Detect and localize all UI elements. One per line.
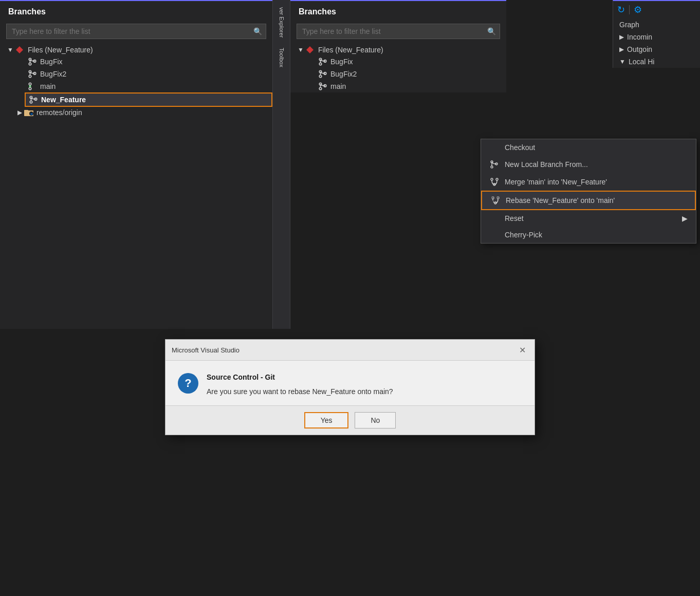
right-bugfix-item[interactable]: BugFix xyxy=(315,55,506,68)
right-files-label: Files (New_Feature) xyxy=(318,46,383,54)
left-tree: ▼ Files (New_Feature) xyxy=(0,44,272,118)
left-filter-wrap: 🔍 xyxy=(6,24,266,39)
left-remotes-label: remotes/origin xyxy=(36,108,82,117)
menu-reset[interactable]: Reset ▶ xyxy=(481,210,696,227)
incoming-item[interactable]: ▶ Incomin xyxy=(613,31,700,43)
incoming-label: Incomin xyxy=(627,33,652,41)
outgoing-label: Outgoin xyxy=(627,45,652,53)
folder-icon-remotes: ✕ xyxy=(24,108,33,117)
svg-marker-21 xyxy=(306,46,314,53)
right-files-expand-arrow: ▼ xyxy=(298,46,304,53)
settings-icon[interactable]: ⚙ xyxy=(634,4,642,15)
right-area: Branches 🔍 ▼ Files (New_Feature) xyxy=(290,0,700,329)
right-diamond-icon xyxy=(306,46,314,54)
new-branch-icon xyxy=(489,160,500,169)
svg-point-23 xyxy=(319,63,322,65)
dialog-yes-button[interactable]: Yes xyxy=(304,412,349,429)
left-remotes-item[interactable]: ▶ ✕ remotes/origin xyxy=(14,107,272,118)
right-filter-wrap: 🔍 xyxy=(297,24,500,39)
refresh-icon[interactable]: ↻ xyxy=(617,4,625,15)
svg-marker-0 xyxy=(16,46,23,53)
svg-point-38 xyxy=(491,178,493,180)
svg-point-9 xyxy=(29,83,31,85)
context-menu: Checkout New Local Branch From... xyxy=(481,139,696,244)
left-main-label: main xyxy=(40,82,56,90)
svg-point-39 xyxy=(496,178,498,180)
left-branches-panel: Branches 🔍 ▼ Files (New_Feature) xyxy=(0,0,272,329)
dialog-no-button[interactable]: No xyxy=(355,412,396,429)
right-bugfix2-item[interactable]: BugFix2 xyxy=(315,68,506,80)
right-filter-input[interactable] xyxy=(297,24,500,39)
toolbar-separator xyxy=(629,5,630,14)
reset-arrow-icon: ▶ xyxy=(682,214,688,222)
dialog-message: Are you sure you want to rebase New_Feat… xyxy=(207,386,522,397)
merge-icon xyxy=(489,177,500,187)
svg-point-10 xyxy=(29,87,31,90)
remotes-expand-arrow: ▶ xyxy=(17,109,22,116)
right-tree: ▼ Files (New_Feature) xyxy=(290,44,506,92)
graph-label: Graph xyxy=(619,21,639,29)
git-branch-icon-bugfix2 xyxy=(28,69,37,79)
dialog-body: ? Source Control - Git Are you sure you … xyxy=(165,361,535,405)
right-files-item[interactable]: ▼ Files (New_Feature) xyxy=(294,44,506,55)
vertical-tab-bar: ver Explorer Toolbox xyxy=(272,0,290,329)
left-bugfix-item[interactable]: BugFix xyxy=(25,55,272,68)
svg-point-35 xyxy=(491,166,493,168)
left-bugfix-label: BugFix xyxy=(40,58,63,66)
right-git-branch-main xyxy=(318,82,327,91)
right-git-branch-bugfix2 xyxy=(318,69,327,79)
localhi-arrow: ▼ xyxy=(619,58,625,65)
svg-point-6 xyxy=(29,75,31,78)
menu-merge[interactable]: Merge 'main' into 'New_Feature' xyxy=(481,173,696,191)
right-git-branch-bugfix xyxy=(318,57,327,66)
svg-point-2 xyxy=(29,63,31,65)
incoming-arrow: ▶ xyxy=(619,33,624,41)
right-branches-panel: Branches 🔍 ▼ Files (New_Feature) xyxy=(290,0,506,92)
git-branch-icon-newfeature xyxy=(29,95,38,104)
git-branch-icon-main xyxy=(28,82,37,91)
outgoing-arrow: ▶ xyxy=(619,46,624,53)
right-bugfix-label: BugFix xyxy=(330,58,353,66)
dialog-section-title: Source Control - Git xyxy=(207,373,522,381)
outgoing-item[interactable]: ▶ Outgoin xyxy=(613,43,700,55)
left-newfeature-item[interactable]: New_Feature xyxy=(25,92,272,107)
left-main-item[interactable]: main xyxy=(25,80,272,92)
right-main-item[interactable]: main xyxy=(315,80,506,92)
dialog-titlebar: Microsoft Visual Studio ✕ xyxy=(165,340,535,361)
tab-toolbox[interactable]: Toolbox xyxy=(277,43,287,72)
dialog: Microsoft Visual Studio ✕ ? Source Contr… xyxy=(165,339,535,435)
svg-point-14 xyxy=(30,101,32,103)
left-files-label: Files (New_Feature) xyxy=(28,46,93,54)
dialog-content: Source Control - Git Are you sure you wa… xyxy=(207,373,522,397)
svg-point-27 xyxy=(319,75,322,78)
left-newfeature-label: New_Feature xyxy=(41,96,86,104)
dialog-title: Microsoft Visual Studio xyxy=(172,346,240,354)
svg-point-42 xyxy=(497,197,499,199)
menu-checkout[interactable]: Checkout xyxy=(481,139,696,156)
files-expand-arrow: ▼ xyxy=(7,46,13,53)
left-bugfix2-label: BugFix2 xyxy=(40,70,66,78)
dialog-close-button[interactable]: ✕ xyxy=(516,344,528,356)
left-search-icon: 🔍 xyxy=(253,27,262,35)
dialog-question-icon: ? xyxy=(178,373,198,394)
left-filter-input[interactable] xyxy=(6,24,266,39)
localhi-item[interactable]: ▼ Local Hi xyxy=(613,55,700,68)
right-search-icon: 🔍 xyxy=(487,27,496,35)
left-files-item[interactable]: ▼ Files (New_Feature) xyxy=(4,44,272,55)
graph-item[interactable]: Graph xyxy=(613,18,700,31)
tab-ver-explorer[interactable]: ver Explorer xyxy=(277,2,287,43)
bottom-area: Microsoft Visual Studio ✕ ? Source Contr… xyxy=(0,329,700,596)
far-right-panel: ↻ ⚙ Graph ▶ Incomin ▶ Outgoin ▼ Local Hi xyxy=(613,0,700,68)
right-main-label: main xyxy=(330,82,346,90)
rebase-icon xyxy=(490,196,501,205)
right-panel-title: Branches xyxy=(290,1,506,21)
left-panel-title: Branches xyxy=(0,1,272,21)
dialog-footer: Yes No xyxy=(165,405,535,435)
left-bugfix2-item[interactable]: BugFix2 xyxy=(25,68,272,80)
right-bugfix2-label: BugFix2 xyxy=(330,70,357,78)
menu-cherrypick[interactable]: Cherry-Pick xyxy=(481,227,696,243)
menu-rebase[interactable]: Rebase 'New_Feature' onto 'main' xyxy=(481,191,696,210)
svg-point-41 xyxy=(492,197,494,199)
menu-new-local-branch[interactable]: New Local Branch From... xyxy=(481,156,696,173)
svg-rect-18 xyxy=(24,110,28,111)
